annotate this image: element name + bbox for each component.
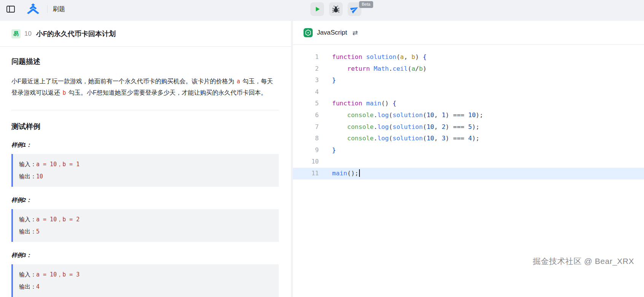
code-token: / xyxy=(415,65,419,72)
code-token xyxy=(332,65,347,72)
code-text: function solution(a, b) { xyxy=(319,51,426,63)
code-token: 10 xyxy=(426,135,434,142)
output-code: 5 xyxy=(36,228,40,235)
code-token xyxy=(332,123,347,130)
code-text: console.log(solution(10, 3) === 4); xyxy=(319,133,480,145)
line-number: 8 xyxy=(293,133,319,145)
code-token: === xyxy=(453,135,468,142)
code-token: , xyxy=(434,123,442,130)
sample-input-line: 输入：a = 10，b = 1 xyxy=(19,158,273,170)
sample-label: 样例2： xyxy=(11,197,279,204)
code-token: (); xyxy=(347,170,359,177)
sample-label: 样例3： xyxy=(11,252,279,259)
code-line[interactable]: 10 xyxy=(293,156,644,168)
sample-block: 输入：a = 10，b = 2 输出：5 xyxy=(11,209,279,242)
code-token: ( xyxy=(389,111,393,119)
beta-badge: Beta xyxy=(359,1,373,8)
code-text: console.log(solution(10, 2) === 5); xyxy=(319,121,480,133)
description-text: 小F最近迷上了玩一款游戏，她面前有一个永久代币卡的购买机会。该卡片的价格为 xyxy=(11,78,236,84)
code-token: log xyxy=(377,135,389,142)
sample-input-line: 输入：a = 10，b = 3 xyxy=(19,268,273,281)
code-token: solution xyxy=(393,135,423,142)
code-line[interactable]: 7 console.log(solution(10, 2) === 5); xyxy=(293,121,644,133)
output-label: 输出： xyxy=(19,283,36,290)
input-label: 输入： xyxy=(19,271,36,278)
run-button[interactable] xyxy=(310,2,324,16)
input-label: 输入： xyxy=(19,216,36,222)
javascript-icon xyxy=(304,28,313,37)
sidebar-toggle-icon xyxy=(6,5,15,13)
code-text: function main() { xyxy=(319,98,396,110)
sidebar-toggle-button[interactable] xyxy=(5,4,16,14)
brand-label[interactable]: 刷题 xyxy=(53,5,65,13)
code-token: 10 xyxy=(426,123,434,130)
sample-output-line: 输出：5 xyxy=(19,226,273,238)
output-code: 10 xyxy=(36,173,43,180)
language-label: JavaScript xyxy=(317,29,347,37)
sample-input-line: 输入：a = 10，b = 2 xyxy=(19,213,273,226)
problem-description: 小F最近迷上了玩一款游戏，她面前有一个永久代币卡的购买机会。该卡片的价格为 a … xyxy=(11,76,279,98)
line-number: 7 xyxy=(293,121,319,133)
watermark: 掘金技术社区 @ Bear_XRX xyxy=(533,256,634,267)
code-line[interactable]: 11main(); xyxy=(293,168,644,179)
code-line[interactable]: 2 return Math.ceil(a/b) xyxy=(293,63,644,75)
sample-example-2: 样例2： 输入：a = 10，b = 2 输出：5 xyxy=(11,197,279,242)
code-line[interactable]: 5function main() { xyxy=(293,98,644,110)
code-token: ) xyxy=(445,123,453,130)
code-token: , xyxy=(434,111,442,119)
code-token: solution xyxy=(393,123,423,130)
sample-example-3: 样例3： 输入：a = 10，b = 3 输出：4 xyxy=(11,252,279,297)
code-token: ( xyxy=(408,65,412,72)
code-token: console xyxy=(347,135,374,142)
code-token: { xyxy=(393,100,396,107)
code-token: 3 xyxy=(442,135,445,142)
juejin-logo-icon xyxy=(25,3,41,15)
code-token: ceil xyxy=(393,65,408,72)
code-line[interactable]: 8 console.log(solution(10, 3) === 4); xyxy=(293,133,644,145)
code-token: . xyxy=(374,135,377,142)
code-token: b xyxy=(412,53,415,60)
language-swap-icon[interactable]: ⇄ xyxy=(352,29,358,37)
code-token: 1 xyxy=(442,111,445,119)
line-number: 11 xyxy=(293,168,319,179)
sample-output-line: 输出：4 xyxy=(19,281,273,293)
debug-button[interactable] xyxy=(329,2,343,16)
topbar-divider xyxy=(47,5,48,13)
juejin-logo[interactable] xyxy=(25,3,41,15)
code-text: console.log(solution(10, 1) === 10); xyxy=(319,110,483,121)
code-line[interactable]: 6 console.log(solution(10, 1) === 10); xyxy=(293,110,644,121)
output-label: 输出： xyxy=(19,228,36,235)
problem-panel: 易 10 小F的永久代币卡回本计划 问题描述 小F最近迷上了玩一款游戏，她面前有… xyxy=(0,21,291,297)
code-line[interactable]: 4 xyxy=(293,86,644,98)
text-cursor xyxy=(359,169,360,177)
difficulty-badge: 易 xyxy=(11,29,21,38)
input-code: a = 10，b = 1 xyxy=(36,161,80,168)
bug-icon xyxy=(332,5,340,13)
app-window: 刷题 xyxy=(0,0,644,297)
code-token xyxy=(332,111,347,119)
paper-plane-icon xyxy=(350,5,359,13)
code-editor[interactable]: 1function solution(a, b) {2 return Math.… xyxy=(293,45,644,179)
code-line[interactable]: 3} xyxy=(293,75,644,86)
code-token: ) xyxy=(445,135,453,142)
code-token: ( xyxy=(389,123,393,130)
line-number: 3 xyxy=(293,75,319,86)
code-line[interactable]: 9} xyxy=(293,145,644,156)
editor-actions: Beta xyxy=(310,2,361,16)
code-token: console xyxy=(347,123,374,130)
inline-code-b: b xyxy=(62,89,67,96)
section-divider xyxy=(11,110,279,110)
problem-content[interactable]: 问题描述 小F最近迷上了玩一款游戏，她面前有一个永久代币卡的购买机会。该卡片的价… xyxy=(0,47,291,297)
code-line[interactable]: 1function solution(a, b) { xyxy=(293,51,644,63)
code-token: ( xyxy=(396,53,400,60)
code-token: ( xyxy=(423,123,426,130)
code-token: { xyxy=(423,53,426,60)
code-token: a xyxy=(400,53,404,60)
code-token: function xyxy=(332,100,366,107)
code-token: } xyxy=(332,146,336,154)
code-token: ); xyxy=(476,111,483,119)
code-token: main xyxy=(332,170,347,177)
problem-header: 易 10 小F的永久代币卡回本计划 xyxy=(0,21,291,47)
line-number: 1 xyxy=(293,51,319,63)
code-token: 2 xyxy=(442,123,445,130)
